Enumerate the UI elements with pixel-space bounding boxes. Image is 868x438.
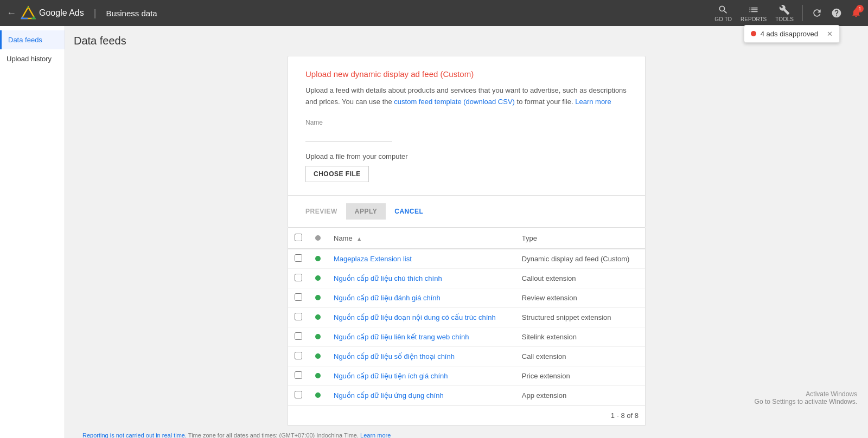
download-csv-link[interactable]: custom feed template (download CSV): [394, 98, 515, 106]
row-status-cell: [309, 327, 327, 346]
row-status-cell: [309, 249, 327, 269]
sort-arrow-icon: ▲: [356, 236, 362, 242]
header-type-col: Type: [515, 228, 645, 249]
upload-file-label: Upload a file from your computer: [305, 152, 628, 160]
row-checkbox-cell: [288, 346, 309, 366]
notification-popup: 4 ads disapproved ✕: [744, 25, 840, 43]
notification-badge: 1: [856, 5, 864, 12]
footer-learn-more[interactable]: Learn more: [360, 432, 391, 438]
status-dot: [315, 295, 321, 300]
row-name-link[interactable]: Nguồn cấp dữ liệu đánh giá chính: [334, 294, 441, 302]
row-checkbox[interactable]: [295, 313, 302, 320]
row-name-link[interactable]: Nguồn cấp dữ liệu chú thích chính: [334, 274, 442, 282]
reports-nav[interactable]: REPORTS: [741, 4, 767, 22]
row-checkbox-cell: [288, 249, 309, 269]
row-name-link[interactable]: Nguồn cấp dữ liệu ứng dụng chính: [334, 391, 444, 400]
name-label: Name: [305, 119, 628, 126]
row-checkbox[interactable]: [295, 371, 302, 379]
google-ads-logo-icon: [21, 5, 36, 21]
table-row: Nguồn cấp dữ liệu tiện ích giá chính Pri…: [288, 366, 645, 385]
name-input[interactable]: [305, 128, 392, 141]
row-type-cell: Review extension: [515, 288, 645, 307]
status-dot: [315, 314, 321, 320]
sidebar: Data feeds Upload history: [0, 26, 65, 438]
row-status-cell: [309, 288, 327, 307]
row-name-cell: Mageplaza Extension list: [327, 249, 515, 269]
notif-close-button[interactable]: ✕: [827, 30, 833, 38]
row-type-cell: Price extension: [515, 366, 645, 385]
status-dot: [315, 353, 321, 359]
table-row: Nguồn cấp dữ liệu số điện thoại chính Ca…: [288, 346, 645, 366]
action-row: PREVIEW APPLY CANCEL: [288, 195, 645, 227]
sidebar-item-upload-history[interactable]: Upload history: [0, 49, 65, 68]
row-type-cell: App extension: [515, 385, 645, 405]
row-type-cell: Structured snippet extension: [515, 307, 645, 327]
table-body: Mageplaza Extension list Dynamic display…: [288, 249, 645, 405]
footer: Reporting is not carried out in real tim…: [74, 426, 859, 438]
row-status-cell: [309, 307, 327, 327]
row-name-cell: Nguồn cấp dữ liệu đoạn nội dung có cấu t…: [327, 307, 515, 327]
row-checkbox[interactable]: [295, 391, 302, 398]
main-layout: Data feeds Upload history Data feeds Upl…: [0, 26, 868, 438]
row-status-cell: [309, 268, 327, 288]
row-type-cell: Dynamic display ad feed (Custom): [515, 249, 645, 269]
status-dot: [315, 256, 321, 261]
table-row: Nguồn cấp dữ liệu đoạn nội dung có cấu t…: [288, 307, 645, 327]
row-name-link[interactable]: Nguồn cấp dữ liệu liên kết trang web chí…: [334, 333, 469, 341]
row-name-link[interactable]: Mageplaza Extension list: [334, 255, 412, 263]
row-checkbox[interactable]: [295, 352, 302, 359]
notification-text: 4 ads disapproved: [761, 30, 818, 38]
preview-button: PREVIEW: [305, 208, 337, 215]
sidebar-item-data-feeds[interactable]: Data feeds: [0, 30, 65, 49]
top-nav: ← Google Ads | Business data GO TO REPOR…: [0, 0, 868, 26]
goto-label: GO TO: [714, 16, 732, 22]
row-name-link[interactable]: Nguồn cấp dữ liệu tiện ích giá chính: [334, 372, 448, 380]
app-logo: Google Ads: [21, 5, 84, 21]
footer-link1[interactable]: Reporting is not carried out in real tim…: [82, 432, 187, 438]
help-nav[interactable]: [831, 8, 842, 18]
learn-more-link[interactable]: Learn more: [575, 98, 611, 106]
refresh-nav[interactable]: [812, 8, 822, 18]
row-name-cell: Nguồn cấp dữ liệu đánh giá chính: [327, 288, 515, 307]
header-status-dot: [315, 235, 321, 241]
row-name-cell: Nguồn cấp dữ liệu chú thích chính: [327, 268, 515, 288]
tools-label: TOOLS: [775, 16, 794, 22]
reports-label: REPORTS: [741, 16, 767, 22]
row-checkbox[interactable]: [295, 332, 302, 340]
goto-nav[interactable]: GO TO: [714, 4, 732, 22]
upload-description: Upload a feed with details about product…: [305, 85, 628, 108]
row-type-cell: Call extension: [515, 346, 645, 366]
row-checkbox-cell: [288, 307, 309, 327]
table-row: Nguồn cấp dữ liệu đánh giá chính Review …: [288, 288, 645, 307]
row-checkbox[interactable]: [295, 274, 302, 281]
header-checkbox[interactable]: [295, 234, 302, 241]
header-checkbox-col: [288, 228, 309, 249]
table-header-row: Name ▲ Type: [288, 228, 645, 249]
row-name-link[interactable]: Nguồn cấp dữ liệu số điện thoại chính: [334, 352, 455, 360]
back-button[interactable]: ←: [7, 8, 16, 19]
data-table-container: Name ▲ Type Mageplaza Extension list Dyn…: [288, 228, 646, 426]
header-status-col: [309, 228, 327, 249]
windows-watermark: Activate Windows Go to Settings to activ…: [755, 390, 857, 405]
row-checkbox[interactable]: [295, 293, 302, 301]
row-name-link[interactable]: Nguồn cấp dữ liệu đoạn nội dung có cấu t…: [334, 313, 496, 321]
app-title: Google Ads: [39, 8, 84, 18]
apply-button: APPLY: [346, 203, 386, 220]
nav-divider: |: [94, 8, 97, 19]
cancel-button[interactable]: CANCEL: [394, 208, 423, 215]
name-col-label: Name: [334, 234, 353, 242]
row-status-cell: [309, 366, 327, 385]
header-name-col[interactable]: Name ▲: [327, 228, 515, 249]
row-name-cell: Nguồn cấp dữ liệu liên kết trang web chí…: [327, 327, 515, 346]
row-checkbox[interactable]: [295, 254, 302, 262]
table-row: Nguồn cấp dữ liệu ứng dụng chính App ext…: [288, 385, 645, 405]
choose-file-button[interactable]: CHOOSE FILE: [305, 166, 369, 182]
status-dot: [315, 275, 321, 281]
notification-nav[interactable]: 1: [851, 7, 861, 20]
row-name-cell: Nguồn cấp dữ liệu tiện ích giá chính: [327, 366, 515, 385]
status-dot: [315, 373, 321, 378]
row-status-cell: [309, 346, 327, 366]
tools-nav[interactable]: TOOLS: [775, 4, 794, 22]
content-area: Data feeds Upload new dynamic display ad…: [65, 26, 868, 438]
row-type-cell: Callout extension: [515, 268, 645, 288]
